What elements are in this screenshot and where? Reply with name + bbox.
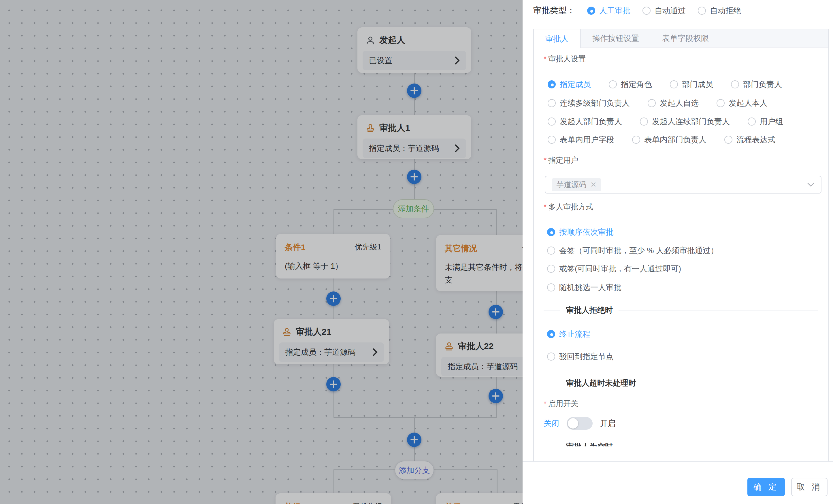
radio-multi-level-dept-leader[interactable]: 连续多级部门负责人: [548, 98, 630, 108]
approver-setting-options-row2: 连续多级部门负责人 发起人自选 发起人本人: [548, 98, 767, 108]
multi-approve-label: *多人审批方式: [544, 202, 593, 212]
tag-close-icon[interactable]: ✕: [590, 180, 597, 189]
radio-countersign[interactable]: 会签（可同时审批，至少 % 人必须审批通过）: [547, 245, 718, 256]
radio-label: 表单内部门负责人: [644, 134, 707, 145]
radio-label: 或签(可同时审批，有一人通过即可): [559, 263, 681, 274]
radio-auto-approve[interactable]: 自动通过: [642, 5, 686, 16]
multi-approve-option: 随机挑选一人审批: [547, 282, 621, 293]
radio-dot-icon: [640, 118, 648, 126]
radio-dot-icon: [587, 7, 595, 15]
approver-setting-options-row3: 发起人部门负责人 发起人连续部门负责人 用户组: [548, 116, 783, 127]
radio-sequential-approve[interactable]: 按顺序依次审批: [547, 227, 614, 237]
radio-label: 人工审批: [599, 5, 630, 16]
required-asterisk: *: [544, 202, 547, 211]
approver-setting-options-row4: 表单内用户字段 表单内部门负责人 流程表达式: [548, 134, 775, 145]
toggle-on-label: 开启: [600, 418, 616, 429]
cancel-button[interactable]: 取 消: [791, 478, 828, 496]
reject-option: 终止流程: [547, 329, 590, 339]
modal-overlay[interactable]: [0, 0, 523, 504]
radio-return-to-node[interactable]: 驳回到指定节点: [547, 351, 614, 362]
radio-label: 指定角色: [621, 79, 652, 90]
radio-or-sign[interactable]: 或签(可同时审批，有一人通过即可): [547, 263, 681, 274]
radio-label: 表单内用户字段: [560, 134, 614, 145]
radio-dot-icon: [748, 118, 756, 126]
radio-dot-icon: [548, 99, 556, 107]
timeout-divider: 审批人超时未处理时: [544, 383, 818, 383]
reject-divider-title: 审批人拒绝时: [560, 305, 619, 316]
tab-approver[interactable]: 审批人: [534, 29, 581, 48]
radio-dot-icon: [731, 80, 739, 89]
assign-user-select[interactable]: 芋道源码 ✕: [545, 176, 822, 194]
timeout-enable-switch[interactable]: [567, 417, 593, 430]
radio-dept-member[interactable]: 部门成员: [670, 79, 713, 90]
radio-dot-icon: [547, 247, 555, 255]
radio-label: 指定成员: [560, 79, 591, 90]
radio-assign-member[interactable]: 指定成员: [548, 79, 591, 90]
radio-label: 用户组: [760, 116, 783, 127]
tab-bar: 审批人 操作按钮设置 表单字段权限: [534, 29, 828, 48]
radio-dot-icon: [632, 136, 640, 144]
radio-initiator-self[interactable]: 发起人本人: [717, 98, 767, 108]
radio-process-expression[interactable]: 流程表达式: [724, 134, 775, 145]
reject-option: 驳回到指定节点: [547, 351, 614, 362]
empty-approver-divider-title: 审批人为空时: [560, 442, 619, 446]
radio-initiator-dept-leader[interactable]: 发起人部门负责人: [548, 116, 622, 127]
radio-label: 发起人部门负责人: [560, 116, 622, 127]
approval-type-label: 审批类型：: [533, 5, 575, 17]
radio-dot-icon: [648, 99, 656, 107]
tab-body-scroll-area[interactable]: *审批人设置 指定成员 指定角色 部门成员 部门负责人 连续多级部门负责人 发起…: [534, 48, 828, 446]
radio-label: 自动通过: [654, 5, 686, 16]
flow-designer-screen: 发起人 已设置 审批人1 指定成员：芋道源码 添加条件: [0, 0, 833, 504]
radio-manual-approve[interactable]: 人工审批: [587, 5, 630, 16]
multi-approve-option: 按顺序依次审批: [547, 227, 614, 237]
radio-dot-icon: [547, 353, 555, 360]
radio-label: 发起人本人: [729, 98, 767, 108]
required-asterisk: *: [544, 399, 547, 408]
tab-form-field-permission[interactable]: 表单字段权限: [650, 29, 720, 47]
user-tag: 芋道源码 ✕: [552, 178, 601, 191]
radio-dot-icon: [547, 228, 555, 236]
radio-dot-icon: [547, 265, 555, 273]
required-asterisk: *: [544, 54, 547, 63]
radio-random-one[interactable]: 随机挑选一人审批: [547, 282, 621, 293]
radio-user-group[interactable]: 用户组: [748, 116, 783, 127]
confirm-button[interactable]: 确 定: [747, 478, 785, 496]
tab-button-settings[interactable]: 操作按钮设置: [581, 29, 650, 47]
radio-label: 发起人连续部门负责人: [652, 116, 730, 127]
assign-user-label: *指定用户: [544, 155, 578, 165]
enable-switch-label: *启用开关: [544, 399, 578, 409]
radio-terminate-process[interactable]: 终止流程: [547, 329, 590, 339]
settings-tab-card: 审批人 操作按钮设置 表单字段权限 *审批人设置 指定成员 指定角色 部门成员 …: [533, 29, 829, 462]
timeout-toggle-row: 关闭 开启: [544, 417, 616, 430]
radio-label: 部门负责人: [743, 79, 782, 90]
radio-dot-icon: [548, 118, 556, 126]
radio-initiator-choose[interactable]: 发起人自选: [648, 98, 699, 108]
radio-initiator-multi-dept-leader[interactable]: 发起人连续部门负责人: [640, 116, 730, 127]
radio-label: 按顺序依次审批: [559, 227, 614, 237]
radio-dot-icon: [548, 80, 556, 89]
radio-dept-leader[interactable]: 部门负责人: [731, 79, 782, 90]
radio-label: 部门成员: [682, 79, 713, 90]
radio-dot-icon: [717, 99, 724, 107]
multi-approve-option: 会签（可同时审批，至少 % 人必须审批通过）: [547, 245, 718, 256]
radio-dot-icon: [547, 330, 555, 338]
radio-dot-icon: [724, 136, 732, 144]
radio-form-user-field[interactable]: 表单内用户字段: [548, 134, 614, 145]
radio-form-dept-leader[interactable]: 表单内部门负责人: [632, 134, 707, 145]
timeout-divider-title: 审批人超时未处理时: [560, 378, 642, 388]
chevron-down-icon: [807, 182, 814, 187]
radio-label: 自动拒绝: [710, 5, 741, 16]
radio-dot-icon: [670, 80, 678, 89]
radio-auto-reject[interactable]: 自动拒绝: [698, 5, 741, 16]
multi-approve-option: 或签(可同时审批，有一人通过即可): [547, 263, 681, 274]
radio-label: 驳回到指定节点: [559, 351, 614, 362]
radio-dot-icon: [547, 283, 555, 292]
approval-settings-drawer: 审批类型： 人工审批 自动通过 自动拒绝 审批人 操作按钮设置 表单字段权限: [523, 0, 833, 504]
approver-setting-options-row1: 指定成员 指定角色 部门成员 部门负责人: [548, 79, 782, 90]
radio-assign-role[interactable]: 指定角色: [609, 79, 652, 90]
footer-divider: [523, 461, 833, 462]
radio-label: 随机挑选一人审批: [559, 282, 621, 293]
radio-dot-icon: [609, 80, 617, 89]
user-tag-label: 芋道源码: [556, 180, 586, 190]
radio-dot-icon: [548, 136, 556, 144]
